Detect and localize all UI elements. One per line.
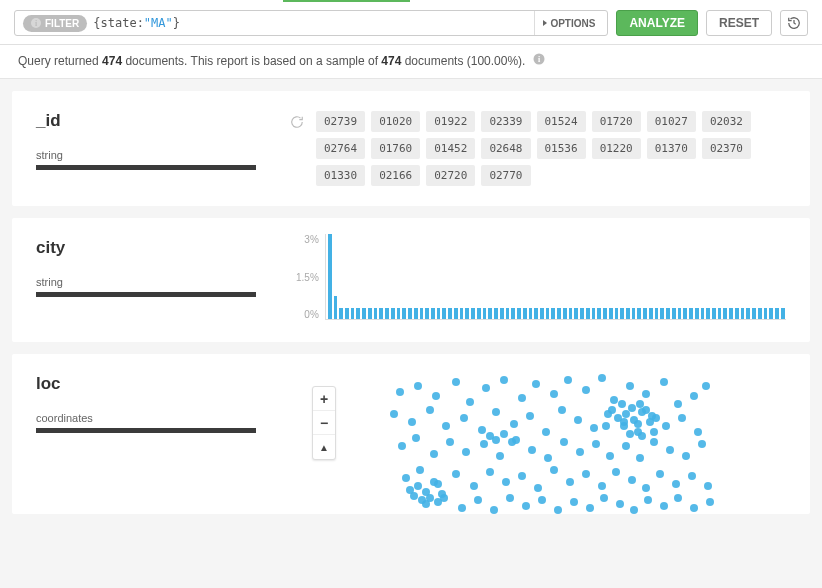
bar[interactable]	[695, 308, 699, 319]
map-point[interactable]	[432, 392, 440, 400]
bar[interactable]	[437, 308, 441, 319]
map-point[interactable]	[636, 400, 644, 408]
map-point[interactable]	[642, 484, 650, 492]
map-point[interactable]	[412, 434, 420, 442]
map-point[interactable]	[526, 412, 534, 420]
map-point[interactable]	[564, 376, 572, 384]
map-point[interactable]	[502, 478, 510, 486]
bar[interactable]	[735, 308, 739, 319]
filter-badge[interactable]: i FILTER	[23, 15, 87, 32]
map-point[interactable]	[612, 468, 620, 476]
bar[interactable]	[408, 308, 412, 319]
bar[interactable]	[678, 308, 682, 319]
value-tag[interactable]: 01720	[592, 111, 641, 132]
map-point[interactable]	[534, 484, 542, 492]
bar[interactable]	[500, 308, 504, 319]
map-point[interactable]	[470, 482, 478, 490]
map-point[interactable]	[598, 482, 606, 490]
map-point[interactable]	[466, 398, 474, 406]
bar[interactable]	[465, 308, 469, 319]
map-point[interactable]	[396, 388, 404, 396]
map-point[interactable]	[590, 424, 598, 432]
map-point[interactable]	[642, 406, 650, 414]
map-point[interactable]	[482, 384, 490, 392]
bar[interactable]	[523, 308, 527, 319]
map-point[interactable]	[666, 446, 674, 454]
bar[interactable]	[454, 308, 458, 319]
map-point[interactable]	[642, 390, 650, 398]
history-button[interactable]	[780, 10, 808, 36]
map-point[interactable]	[616, 500, 624, 508]
value-tag[interactable]: 01452	[426, 138, 475, 159]
map-point[interactable]	[570, 498, 578, 506]
bar[interactable]	[351, 308, 355, 319]
map-point[interactable]	[628, 404, 636, 412]
map-point[interactable]	[620, 422, 628, 430]
value-tag[interactable]: 01020	[371, 111, 420, 132]
bar[interactable]	[477, 308, 481, 319]
map-point[interactable]	[608, 406, 616, 414]
map-point[interactable]	[398, 442, 406, 450]
analyze-button[interactable]: ANALYZE	[616, 10, 698, 36]
bar[interactable]	[540, 308, 544, 319]
bar[interactable]	[391, 308, 395, 319]
map-point[interactable]	[644, 496, 652, 504]
map[interactable]: + − ▲	[306, 374, 786, 514]
bar[interactable]	[471, 308, 475, 319]
bar[interactable]	[758, 308, 762, 319]
bar[interactable]	[448, 308, 452, 319]
map-point[interactable]	[690, 392, 698, 400]
map-point[interactable]	[462, 448, 470, 456]
bar[interactable]	[546, 308, 550, 319]
map-point[interactable]	[674, 494, 682, 502]
map-point[interactable]	[496, 452, 504, 460]
bar[interactable]	[425, 308, 429, 319]
bar[interactable]	[649, 308, 653, 319]
map-point[interactable]	[622, 410, 630, 418]
bar[interactable]	[615, 308, 619, 319]
bar[interactable]	[551, 308, 555, 319]
map-point[interactable]	[460, 414, 468, 422]
map-point[interactable]	[390, 410, 398, 418]
map-point[interactable]	[704, 482, 712, 490]
bar[interactable]	[729, 308, 733, 319]
map-point[interactable]	[554, 506, 562, 514]
bar[interactable]	[483, 308, 487, 319]
bar[interactable]	[414, 308, 418, 319]
value-tag[interactable]: 02166	[371, 165, 420, 186]
map-point[interactable]	[406, 486, 414, 494]
bar[interactable]	[385, 308, 389, 319]
bar[interactable]	[660, 308, 664, 319]
bar[interactable]	[597, 308, 601, 319]
map-point[interactable]	[606, 452, 614, 460]
map-point[interactable]	[492, 408, 500, 416]
map-point[interactable]	[434, 498, 442, 506]
value-tag[interactable]: 02370	[702, 138, 751, 159]
map-point[interactable]	[414, 382, 422, 390]
bar[interactable]	[345, 308, 349, 319]
bar[interactable]	[666, 308, 670, 319]
bar[interactable]	[752, 308, 756, 319]
value-tag[interactable]: 01330	[316, 165, 365, 186]
value-tag[interactable]: 01220	[592, 138, 641, 159]
map-point[interactable]	[518, 472, 526, 480]
bar[interactable]	[603, 308, 607, 319]
map-point[interactable]	[650, 438, 658, 446]
map-point[interactable]	[452, 378, 460, 386]
value-tag[interactable]: 02648	[481, 138, 530, 159]
map-point[interactable]	[416, 466, 424, 474]
map-point[interactable]	[636, 454, 644, 462]
bar[interactable]	[374, 308, 378, 319]
bar[interactable]	[328, 234, 332, 319]
bar[interactable]	[488, 308, 492, 319]
map-point[interactable]	[628, 476, 636, 484]
compass-button[interactable]: ▲	[313, 435, 335, 459]
bar[interactable]	[529, 308, 533, 319]
map-point[interactable]	[426, 494, 434, 502]
bar[interactable]	[362, 308, 366, 319]
map-point[interactable]	[626, 382, 634, 390]
bar[interactable]	[637, 308, 641, 319]
bar[interactable]	[689, 308, 693, 319]
map-point[interactable]	[490, 506, 498, 514]
map-point[interactable]	[600, 494, 608, 502]
